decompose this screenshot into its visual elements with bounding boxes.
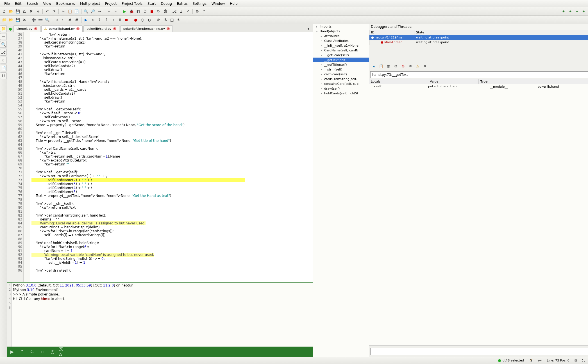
shell-translate-icon[interactable]: 文A <box>59 348 66 355</box>
variables-icon[interactable]: ◫ <box>169 17 175 23</box>
outline-item[interactable]: • __str__(self) <box>313 67 369 72</box>
outline-item[interactable]: ▸ Attributes <box>313 34 369 38</box>
outline-item[interactable]: • containsCard(self, c, c <box>313 81 369 86</box>
code-line[interactable] <box>31 166 313 170</box>
code-line[interactable] <box>31 103 313 107</box>
code-line[interactable]: "kw">def __getScore(self): <box>31 107 313 111</box>
close-icon[interactable]: × <box>76 27 80 30</box>
find-in-project-icon[interactable]: 🔍 <box>44 17 50 23</box>
code-line[interactable]: "kw">try: <box>31 151 313 154</box>
goto-icon[interactable]: → <box>96 8 103 15</box>
comment-icon[interactable]: # <box>67 17 73 23</box>
undo-icon[interactable]: ↶ <box>44 8 50 15</box>
code-line[interactable] <box>31 127 313 131</box>
code-line[interactable]: self.CardName(4) + " " + \ <box>31 186 313 190</box>
uncomment-icon[interactable]: #̸ <box>74 17 80 23</box>
code-line[interactable]: "kw">return self.Text <box>31 206 313 210</box>
code-line[interactable] <box>31 237 313 241</box>
code-line[interactable]: self.draw() <box>31 68 313 72</box>
tab-overflow-icon[interactable]: ▾ <box>305 26 312 32</box>
shell-run-icon[interactable]: ▶ <box>8 348 16 355</box>
shell-clock-icon[interactable]: ◷ <box>49 348 56 355</box>
run-icon[interactable]: ▶ <box>122 8 128 15</box>
code-line[interactable]: "kw">return self.__cards[cardNum - 1].Na… <box>31 154 313 158</box>
code-line[interactable]: "kw">def __getText(self): <box>31 170 313 174</box>
profile-icon[interactable]: ⏱ <box>142 8 148 15</box>
menu-bookmarks[interactable]: Bookmarks <box>54 1 78 6</box>
outline-item[interactable]: • __getTitle(self) <box>313 62 369 67</box>
expand-icon[interactable]: ▾ <box>373 85 376 88</box>
zoom-out-icon[interactable]: － <box>112 8 119 15</box>
menu-view[interactable]: View <box>41 1 54 6</box>
menu-extras[interactable]: Extras <box>174 1 190 6</box>
breakpoint-all-icon[interactable]: ○ <box>139 17 146 23</box>
save-project-icon[interactable]: 💾 <box>15 17 21 23</box>
code-line[interactable]: "kw">return "" <box>31 162 313 166</box>
copy-icon[interactable]: 📋 <box>67 8 73 15</box>
dedent-icon[interactable]: ⇤ <box>60 17 66 23</box>
outline-item[interactable]: • holdCards(self, holdSt <box>313 91 369 96</box>
close-file-icon[interactable]: ✖ <box>28 8 34 15</box>
code-line[interactable]: "kw">return self.CardName(1) + " " + \ <box>31 174 313 178</box>
breakpoint-icon[interactable]: ● <box>133 17 139 23</box>
step-out-icon[interactable]: ⤴ <box>103 17 109 23</box>
col-type[interactable]: Type <box>479 79 588 84</box>
zoom-icon[interactable]: ⊡ <box>575 359 577 362</box>
menu-project-tools[interactable]: Project-Tools <box>119 1 145 6</box>
code-line[interactable]: Warning: Local variable 'delims' is assi… <box>31 221 313 225</box>
files-icon[interactable]: 📄 <box>0 65 7 71</box>
code-line[interactable]: "kw">if isinstance(a1, Hand) "kw">and \ <box>31 80 313 84</box>
vcs-commit-icon[interactable]: ✔ <box>185 8 191 15</box>
eval-field[interactable] <box>370 348 588 355</box>
show-icon[interactable]: ▦ <box>385 63 392 69</box>
new-project-icon[interactable]: 📁 <box>1 17 7 23</box>
menu-search[interactable]: Search <box>24 1 40 6</box>
paste-icon[interactable]: 📄 <box>74 8 80 15</box>
menu-debug[interactable]: Debug <box>158 1 174 6</box>
code-area[interactable]: "kw">return "kw">if isinstance(a1, str) … <box>30 32 313 282</box>
pause-icon[interactable]: ⏸ <box>117 17 123 23</box>
code-line[interactable]: "kw">return <box>31 33 313 37</box>
plugin-icon[interactable]: ✦ <box>581 8 587 15</box>
breakpoint-edit-icon[interactable]: ◐ <box>146 17 152 23</box>
code-line[interactable] <box>31 198 313 202</box>
menu-project[interactable]: Project <box>103 1 119 6</box>
unittest-icon[interactable]: U <box>0 72 7 79</box>
outline-item[interactable]: • __getScore(self) <box>313 53 369 58</box>
new-file-icon[interactable]: 🗋 <box>1 8 7 15</box>
code-line[interactable]: cardStrings = handText.split(delim) <box>31 225 313 229</box>
config-icon[interactable]: ⚙ <box>393 63 399 69</box>
copy-var-icon[interactable]: 📋 <box>378 63 384 69</box>
code-line[interactable]: "kw">return <box>31 72 313 76</box>
indent-icon[interactable]: ⇥ <box>53 17 60 23</box>
menu-edit[interactable]: Edit <box>12 1 24 6</box>
code-line[interactable]: cardNum = i + 1 <box>31 249 313 253</box>
code-line[interactable]: self.holdCards(a2) <box>31 92 313 95</box>
code-line[interactable]: self.holdCards(a2) <box>31 64 313 68</box>
menu-start[interactable]: Start <box>145 1 158 6</box>
stop-icon[interactable]: ⏹ <box>149 8 155 15</box>
code-line[interactable]: self.cardsFromString(a1) <box>31 40 313 44</box>
outline-item[interactable]: • draw(self) <box>313 86 369 91</box>
plugin-icon[interactable]: ✦ <box>567 8 573 15</box>
variable-row[interactable]: __module__ pokerlib.hand String <box>479 85 588 89</box>
outline-item[interactable]: • __getText(self) <box>313 58 369 62</box>
col-locals[interactable]: Locals <box>369 79 428 84</box>
menu-file[interactable]: File <box>2 1 12 6</box>
tab-simpok-py[interactable]: simpok.py × <box>13 25 40 32</box>
close-project-icon[interactable]: ✖ <box>21 17 28 23</box>
outline-item[interactable]: • cardsFromString(self, <box>313 77 369 81</box>
delete-icon[interactable]: ⊖ <box>400 63 406 69</box>
code-line[interactable]: Warning: Local variable 'cardNum' is ass… <box>31 253 313 257</box>
code-line[interactable]: self.CardName(5) <box>31 190 313 194</box>
code-editor[interactable]: 36 37 38 39 40 41 42 43 44 45 46 47 48 4… <box>7 32 313 282</box>
shell-clear-icon[interactable]: 🗋 <box>19 348 26 355</box>
code-line[interactable] <box>31 210 313 213</box>
continue-icon[interactable]: ▶ <box>83 17 89 23</box>
vcs-icon[interactable]: ⎇ <box>171 8 178 15</box>
settings-icon[interactable]: ⚙ <box>194 8 200 15</box>
cut-icon[interactable]: ✂ <box>60 8 66 15</box>
search-icon[interactable]: 🔍 <box>83 8 89 15</box>
tab-pokerlib-card-py[interactable]: pokerlib/card.py × <box>83 25 119 32</box>
print-icon[interactable]: 🖨 <box>35 8 41 15</box>
